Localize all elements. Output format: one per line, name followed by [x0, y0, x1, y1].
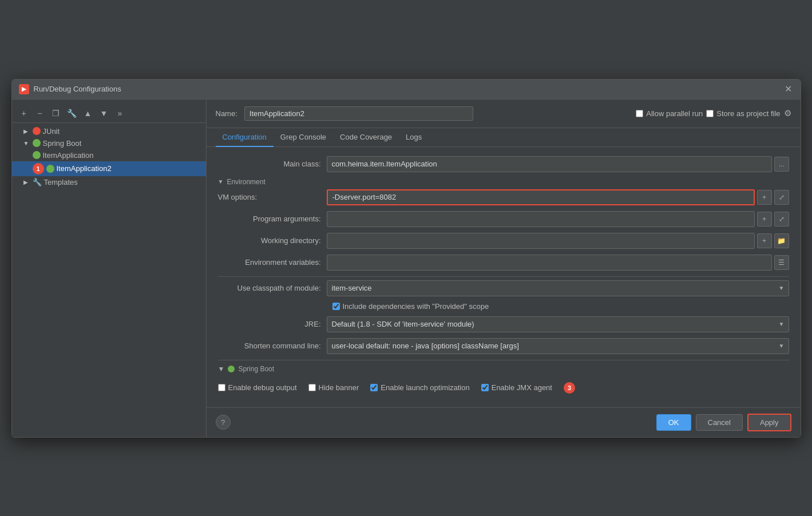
remove-button[interactable]: − [33, 106, 47, 120]
working-dir-expand-btn[interactable]: + [757, 233, 772, 248]
templates-arrow: ▶ [23, 179, 30, 185]
hide-banner-checkbox[interactable] [308, 384, 316, 391]
close-button[interactable]: ✕ [783, 84, 794, 94]
cancel-button[interactable]: Cancel [696, 414, 743, 431]
help-button[interactable]: ? [216, 415, 231, 430]
junit-label: JUnit [43, 127, 60, 136]
jre-select[interactable]: Default (1.8 - SDK of 'item-service' mod… [327, 316, 789, 332]
copy-button[interactable]: ❐ [49, 106, 64, 120]
spring-boot-arrow: ▼ [23, 140, 30, 146]
enable-debug-checkbox[interactable] [218, 384, 225, 391]
shorten-cmd-row: Shorten command line: user-local default… [218, 338, 789, 354]
shorten-cmd-label: Shorten command line: [218, 342, 321, 350]
working-dir-label: Working directory: [218, 236, 321, 245]
vm-options-field: + ⤢ [327, 189, 789, 205]
store-project-checkbox[interactable] [706, 110, 714, 117]
tree-item-junit[interactable]: ▶ JUnit [12, 125, 206, 137]
program-args-row: Program arguments: + ⤢ [218, 211, 789, 227]
wrench-button[interactable]: 🔧 [65, 106, 80, 120]
include-deps-checkbox[interactable] [332, 303, 340, 310]
main-class-field: ... [327, 156, 789, 172]
env-arrow: ▼ [218, 178, 224, 185]
shorten-cmd-select-wrapper: user-local default: none - java [options… [327, 338, 789, 354]
item-application2-label: ItemApplication2 [57, 164, 112, 173]
tab-grep-console[interactable]: Grep Console [274, 128, 333, 147]
vm-options-label: VM options: [218, 193, 321, 201]
enable-launch-checkbox[interactable] [370, 384, 378, 391]
main-class-input[interactable] [327, 156, 772, 172]
program-args-fullscreen-btn[interactable]: ⤢ [774, 212, 789, 227]
allow-parallel-checkbox[interactable] [636, 110, 643, 117]
working-dir-row: Working directory: + 📁 [218, 233, 789, 249]
working-dir-input[interactable] [327, 233, 755, 249]
tab-configuration[interactable]: Configuration [216, 128, 274, 147]
program-args-expand-btn[interactable]: + [757, 212, 772, 227]
name-input[interactable] [244, 106, 473, 121]
program-args-input[interactable] [327, 211, 755, 227]
jre-label: JRE: [218, 320, 321, 328]
more-button[interactable]: » [113, 106, 128, 120]
main-class-label: Main class: [218, 160, 321, 168]
name-label: Name: [216, 109, 237, 118]
jre-select-wrapper: Default (1.8 - SDK of 'item-service' mod… [327, 316, 789, 332]
classpath-select-wrapper: item-service ▼ [327, 280, 789, 296]
spring-section-icon [228, 366, 235, 372]
store-project-label[interactable]: Store as project file [706, 109, 780, 118]
dialog-title: Run/Debug Configurations [34, 85, 121, 93]
add-button[interactable]: + [17, 106, 31, 120]
title-bar: ▶ Run/Debug Configurations ✕ [12, 80, 801, 100]
shorten-cmd-select[interactable]: user-local default: none - java [options… [327, 338, 789, 354]
enable-launch-label[interactable]: Enable launch optimization [370, 383, 469, 392]
working-dir-browse-btn[interactable]: 📁 [774, 233, 789, 248]
move-down-button[interactable]: ▼ [97, 106, 112, 120]
footer: ? OK Cancel Apply [207, 407, 801, 437]
vm-options-fullscreen-btn[interactable]: ⤢ [774, 190, 789, 205]
tree-item-item-application[interactable]: ItemApplication [12, 149, 206, 161]
tab-logs[interactable]: Logs [399, 128, 429, 147]
junit-arrow: ▶ [23, 128, 30, 134]
environment-section-header[interactable]: ▼ Environment [218, 178, 789, 186]
vm-options-input[interactable] [327, 189, 755, 205]
classpath-row: Use classpath of module: item-service ▼ [218, 280, 789, 296]
spring-boot-label: Spring Boot [43, 139, 82, 148]
apply-button[interactable]: Apply [747, 414, 791, 431]
item-app2-icon [46, 165, 54, 173]
enable-jmx-checkbox[interactable] [481, 384, 489, 391]
include-deps-row: Include dependencies with "Provided" sco… [332, 302, 789, 311]
spring-section-arrow: ▼ [218, 365, 225, 373]
enable-jmx-label[interactable]: Enable JMX agent [481, 383, 552, 392]
classpath-select[interactable]: item-service [327, 280, 789, 296]
tree-item-templates[interactable]: ▶ 🔧 Templates [12, 176, 206, 188]
ok-button[interactable]: OK [656, 414, 691, 431]
hide-banner-label[interactable]: Hide banner [308, 383, 359, 392]
tab-code-coverage[interactable]: Code Coverage [333, 128, 399, 147]
badge-3: 3 [564, 382, 575, 394]
allow-parallel-label[interactable]: Allow parallel run [636, 109, 703, 118]
env-vars-label: Environment variables: [218, 258, 321, 267]
include-deps-label[interactable]: Include dependencies with "Provided" sco… [332, 302, 489, 311]
environment-label: Environment [227, 178, 265, 186]
enable-debug-label[interactable]: Enable debug output [218, 383, 297, 392]
tree-item-item-application2[interactable]: 1 ItemApplication2 [12, 161, 206, 176]
env-vars-input[interactable] [327, 255, 772, 271]
vm-options-expand-btn[interactable]: + [757, 190, 772, 205]
footer-left: ? [216, 415, 231, 430]
name-row: Name: Allow parallel run Store as projec… [207, 100, 801, 128]
item-app-icon [33, 151, 41, 159]
move-up-button[interactable]: ▲ [81, 106, 96, 120]
env-vars-edit-btn[interactable]: ☰ [774, 255, 789, 270]
spring-boot-section-header[interactable]: ▼ Spring Boot [218, 360, 789, 373]
main-class-browse-btn[interactable]: ... [774, 157, 789, 172]
run-debug-dialog: ▶ Run/Debug Configurations ✕ + − ❐ 🔧 ▲ ▼… [11, 79, 801, 438]
divider1 [218, 276, 789, 277]
dialog-icon: ▶ [19, 84, 29, 94]
badge-1: 1 [33, 163, 44, 174]
tree-item-spring-boot[interactable]: ▼ Spring Boot [12, 137, 206, 149]
templates-label: Templates [44, 178, 78, 186]
main-content: + − ❐ 🔧 ▲ ▼ » ▶ JUnit ▼ Spring Boot [12, 100, 801, 437]
left-panel: + − ❐ 🔧 ▲ ▼ » ▶ JUnit ▼ Spring Boot [12, 100, 207, 437]
env-vars-field: ☰ [327, 255, 789, 271]
tab-bar: Configuration Grep Console Code Coverage… [207, 128, 801, 147]
right-panel: Name: Allow parallel run Store as projec… [207, 100, 801, 437]
toolbar: + − ❐ 🔧 ▲ ▼ » [12, 104, 206, 123]
